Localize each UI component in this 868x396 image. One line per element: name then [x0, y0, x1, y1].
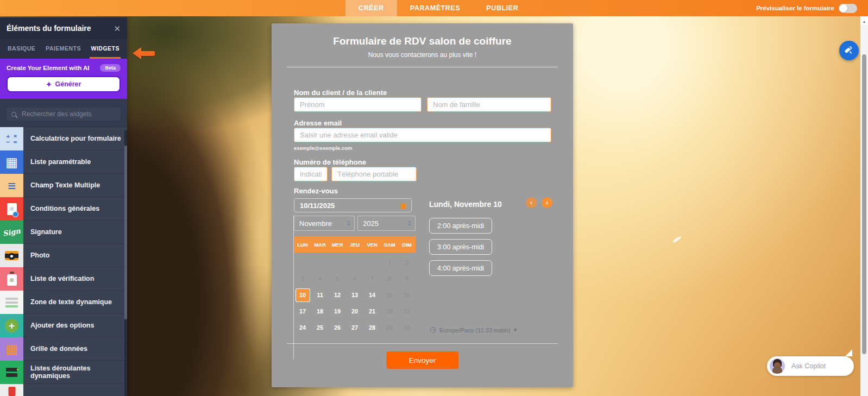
- widget-item-photo[interactable]: Photo: [0, 244, 127, 267]
- ask-copilot-button[interactable]: Ask Copilot: [767, 356, 854, 376]
- close-icon[interactable]: ✕: [114, 24, 121, 33]
- calendar-day-21[interactable]: 21: [365, 305, 380, 318]
- copilot-avatar: [770, 359, 785, 374]
- first-name-input[interactable]: [294, 97, 422, 112]
- calendar-icon[interactable]: ▦: [400, 202, 407, 209]
- weekday-sam: SAM: [381, 236, 398, 253]
- calendar-day-30[interactable]: 30: [400, 321, 414, 335]
- widget-item-ajouter-des-options[interactable]: Ajouter des options: [0, 314, 127, 337]
- time-slot-4-00-apres-midi[interactable]: 4:00 après-midi: [429, 260, 492, 276]
- arrow-tip-icon: [133, 47, 141, 59]
- ai-section-title: Create Your Element with AI: [7, 65, 100, 71]
- calendar-day-16[interactable]: 16: [400, 288, 414, 302]
- panel-scrollbar-thumb[interactable]: [124, 146, 127, 319]
- calendar-day-13[interactable]: 13: [348, 288, 362, 302]
- calendar-day-26[interactable]: 26: [330, 321, 345, 335]
- calendar-day-23[interactable]: 23: [400, 305, 414, 318]
- phone-number-input[interactable]: [331, 167, 417, 181]
- time-slot-2-00-apres-midi[interactable]: 2:00 après-midi: [429, 218, 492, 234]
- weekday-mer: MER: [329, 236, 346, 253]
- calendar-day-18[interactable]: 18: [313, 305, 328, 318]
- calendar-day-5[interactable]: 5: [330, 272, 345, 286]
- calendar-day-4[interactable]: 4: [313, 272, 328, 286]
- widgets-tab-pointer-arrow: [133, 47, 155, 59]
- calendar-day-28[interactable]: 28: [365, 321, 380, 335]
- calendar-day-12[interactable]: 12: [330, 288, 345, 302]
- scroll-up-arrow-icon[interactable]: ▲: [860, 17, 868, 25]
- search-input[interactable]: [21, 110, 116, 118]
- calendar-day-3[interactable]: 3: [295, 272, 310, 286]
- widget-label: Grille de données: [23, 337, 127, 360]
- widget-item-conditions-generales[interactable]: Conditions générales: [0, 197, 127, 221]
- widget-label: Liste de vérification: [23, 267, 127, 290]
- month-stepper-icon[interactable]: [347, 221, 350, 226]
- calendar-day-22[interactable]: 22: [382, 305, 397, 318]
- widget-item-liste-de-verification[interactable]: Liste de vérification: [0, 267, 127, 291]
- calendar-day-15[interactable]: 15: [382, 288, 397, 302]
- panel-header: Éléments du formulaire ✕: [0, 17, 127, 39]
- topbar-tab-publier[interactable]: PUBLIER: [473, 0, 531, 16]
- widget-item-champ-texte-multiple[interactable]: Champ Texte Multiple: [0, 174, 127, 197]
- panel-tab-basique[interactable]: BASIQUE: [7, 39, 36, 59]
- widget-label: Listes déroulantes dynamiques: [23, 361, 127, 384]
- calendar-day-20[interactable]: 20: [348, 305, 362, 318]
- calendar-day-9[interactable]: 9: [400, 272, 414, 286]
- preview-toggle[interactable]: [839, 4, 857, 13]
- panel-scrollbar[interactable]: [124, 130, 127, 396]
- calendar-day-25[interactable]: 25: [313, 321, 328, 335]
- panel-tab-widgets[interactable]: WIDGETS: [90, 39, 121, 59]
- param-list-icon: [0, 150, 23, 174]
- calendar-day-1[interactable]: 1: [382, 256, 397, 269]
- email-input[interactable]: [294, 128, 551, 142]
- calendar-day-10[interactable]: 10: [295, 288, 310, 302]
- timezone-row[interactable]: Europe/Paris (11:33 matin) ▾: [430, 326, 517, 334]
- top-navigation-bar: CRÉERPARAMÈTRESPUBLIER Prévisualiser le …: [0, 0, 868, 16]
- widget-item-calculatrice-pour-formulaire[interactable]: Calculatrice pour formulaire: [0, 127, 127, 150]
- date-input[interactable]: 10/11/2025 ▦: [294, 198, 412, 212]
- page-scrollbar[interactable]: ▲: [860, 16, 868, 396]
- widget-label: Zone de texte dynamique: [23, 291, 127, 313]
- submit-button[interactable]: Envoyer: [386, 351, 458, 369]
- last-name-input[interactable]: [427, 97, 551, 112]
- calendar-day-8[interactable]: 8: [382, 272, 397, 286]
- previous-day-button[interactable]: ‹: [526, 197, 537, 208]
- generate-button[interactable]: ✦ Générer: [7, 76, 121, 92]
- widget-item-listes-deroulantes-dynamiques[interactable]: Listes déroulantes dynamiques: [0, 361, 127, 384]
- calendar-day-27[interactable]: 27: [348, 321, 362, 335]
- topbar-tab-creer[interactable]: CRÉER: [345, 0, 397, 16]
- generate-button-label: Générer: [55, 80, 81, 88]
- appointment-field-label: Rendez-vous: [294, 187, 338, 195]
- panel-title: Éléments du formulaire: [7, 24, 114, 33]
- calendar-day-24[interactable]: 24: [295, 321, 310, 335]
- calendar-day-2[interactable]: 2: [400, 256, 414, 269]
- month-select[interactable]: Novembre: [294, 216, 355, 231]
- topbar-tab-parametres[interactable]: PARAMÈTRES: [397, 0, 474, 16]
- widget-search-box: [7, 108, 121, 121]
- calendar-day-17[interactable]: 17: [295, 305, 310, 318]
- widget-item-signature[interactable]: Signature: [0, 221, 127, 244]
- widget-item-partial[interactable]: [0, 384, 127, 396]
- time-slot-3-00-apres-midi[interactable]: 3:00 après-midi: [429, 239, 492, 255]
- panel-tab-paiements[interactable]: PAIEMENTS: [45, 39, 82, 59]
- widget-label: Photo: [23, 244, 127, 267]
- year-stepper-icon[interactable]: [408, 221, 411, 226]
- widget-item-zone-de-texte-dynamique[interactable]: Zone de texte dynamique: [0, 291, 127, 314]
- weekday-jeu: JEU: [346, 236, 363, 253]
- widget-item-liste-parametrable[interactable]: Liste paramétrable: [0, 150, 127, 174]
- calendar-day-11[interactable]: 11: [313, 288, 328, 302]
- widget-label: Calculatrice pour formulaire: [23, 127, 127, 150]
- timezone-label: Europe/Paris (11:33 matin): [439, 327, 511, 334]
- widget-item-grille-de-donnees[interactable]: Grille de données: [0, 337, 127, 361]
- calendar-day-29[interactable]: 29: [382, 321, 397, 335]
- year-select[interactable]: 2025: [357, 216, 416, 231]
- page-scrollbar-thumb[interactable]: [862, 54, 866, 354]
- calendar-day-7[interactable]: 7: [365, 272, 380, 286]
- app-window: CRÉERPARAMÈTRESPUBLIER Prévisualiser le …: [0, 0, 868, 396]
- next-day-button[interactable]: ›: [542, 197, 552, 208]
- calendar-day-14[interactable]: 14: [365, 288, 380, 302]
- chevron-down-icon: [408, 224, 411, 226]
- calendar-day-6[interactable]: 6: [348, 272, 362, 286]
- area-code-input[interactable]: [294, 167, 328, 181]
- form-designer-button[interactable]: [839, 41, 859, 60]
- calendar-day-19[interactable]: 19: [330, 305, 345, 318]
